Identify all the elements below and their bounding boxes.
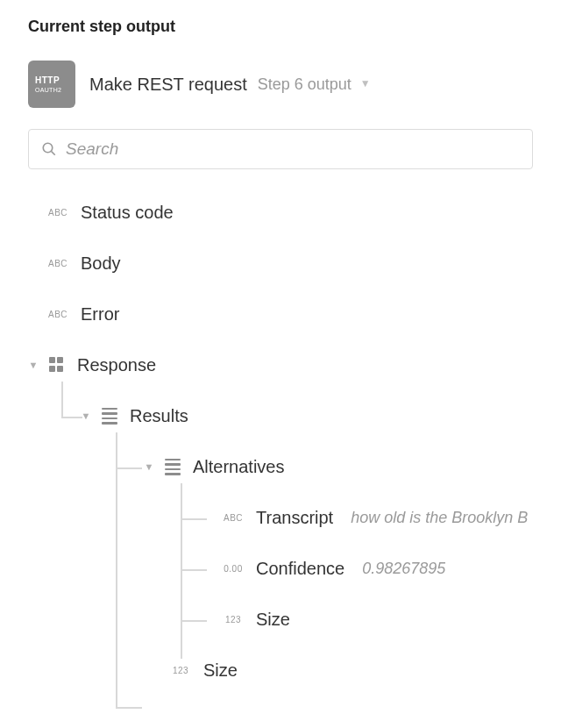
field-value: how old is the Brooklyn B xyxy=(351,509,528,527)
app-badge: HTTP OAUTH2 xyxy=(28,61,75,108)
search-box[interactable] xyxy=(28,129,533,169)
type-integer-icon: 123 xyxy=(219,615,247,625)
type-abc-icon: ABC xyxy=(219,513,247,523)
field-results-size[interactable]: 123 Size xyxy=(28,657,533,683)
field-label: Size xyxy=(203,660,238,681)
field-error[interactable]: ABC Error xyxy=(28,301,533,327)
object-icon xyxy=(49,357,65,373)
field-label: Results xyxy=(130,406,188,426)
field-body[interactable]: ABC Body xyxy=(28,250,533,276)
list-icon xyxy=(102,408,117,425)
step-subtitle: Step 6 output xyxy=(258,75,352,94)
field-results[interactable]: ▼ Results xyxy=(28,403,533,429)
type-decimal-icon: 0.00 xyxy=(219,564,247,574)
svg-point-0 xyxy=(43,143,53,153)
app-badge-line2: OAUTH2 xyxy=(35,87,61,93)
field-label: Error xyxy=(81,304,119,325)
type-abc-icon: ABC xyxy=(44,310,72,319)
field-label: Alternatives xyxy=(193,457,285,477)
search-icon xyxy=(41,141,57,157)
output-tree: ABC Status code ABC Body ABC Error ▼ Res… xyxy=(28,199,533,683)
chevron-down-icon[interactable]: ▼ xyxy=(28,360,39,370)
app-badge-line1: HTTP xyxy=(35,75,60,85)
step-title: Make REST request xyxy=(89,75,247,95)
field-label: Status code xyxy=(81,203,174,223)
field-label: Confidence xyxy=(256,559,344,579)
field-label: Transcript xyxy=(256,508,333,528)
field-transcript[interactable]: ABC Transcript how old is the Brooklyn B xyxy=(28,504,533,531)
chevron-down-icon[interactable]: ▼ xyxy=(81,410,91,421)
field-label: Body xyxy=(81,253,121,274)
chevron-down-icon[interactable]: ▼ xyxy=(144,461,154,472)
type-abc-icon: ABC xyxy=(44,208,72,218)
search-input[interactable] xyxy=(66,139,520,159)
list-icon xyxy=(165,459,181,475)
type-abc-icon: ABC xyxy=(44,259,72,268)
svg-line-1 xyxy=(52,152,55,155)
field-label: Response xyxy=(77,355,156,375)
field-response[interactable]: ▼ Response xyxy=(28,352,533,378)
field-label: Size xyxy=(256,610,290,630)
field-value: 0.98267895 xyxy=(362,560,445,578)
step-header[interactable]: HTTP OAUTH2 Make REST request Step 6 out… xyxy=(28,61,533,108)
field-alternatives[interactable]: ▼ Alternatives xyxy=(28,453,533,480)
field-status-code[interactable]: ABC Status code xyxy=(28,199,533,225)
field-confidence[interactable]: 0.00 Confidence 0.98267895 xyxy=(28,555,533,582)
page-title: Current step output xyxy=(28,18,533,36)
field-alt-size[interactable]: 123 Size xyxy=(28,606,533,632)
type-integer-icon: 123 xyxy=(167,666,195,675)
chevron-down-icon[interactable]: ▼ xyxy=(360,77,371,89)
